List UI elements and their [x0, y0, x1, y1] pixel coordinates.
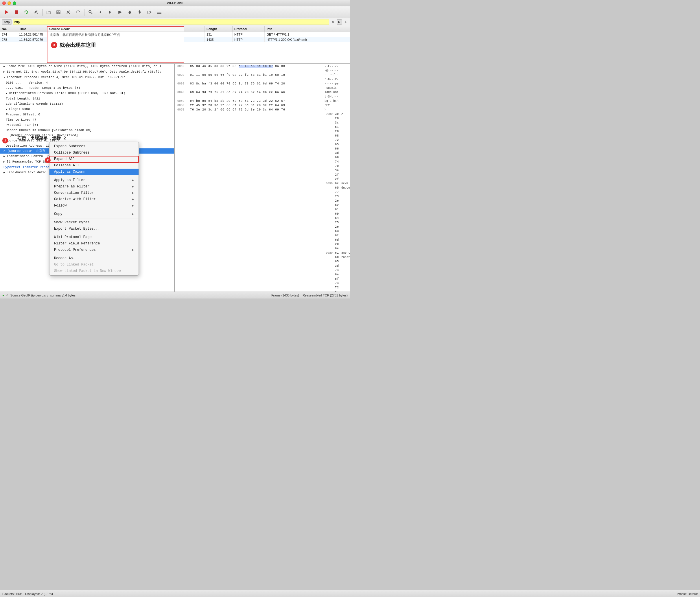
arrow-icon: ▶	[132, 198, 134, 201]
detail-row-frame[interactable]: Frame 278: 1435 bytes on wire (11480 bit…	[0, 64, 174, 69]
hex-dump-panel: 001005 8d 46 d5 00 00 2f 06 b6 40 b6 3d …	[175, 64, 350, 292]
cell-no: 278	[0, 37, 17, 42]
hex-row: 00a061 6d 65 3d 74 6a 5f 74 72 61 6e 73 …	[325, 251, 348, 292]
menu-sep-5	[49, 254, 139, 254]
menu-export-packet-bytes[interactable]: Export Packet Bytes...	[49, 226, 139, 232]
menu-expand-all[interactable]: Expand All	[49, 156, 139, 162]
close-button[interactable]	[2, 1, 6, 5]
menu-collapse-all[interactable]: Collapse All	[49, 162, 139, 169]
close-file-button[interactable]	[64, 8, 73, 17]
detail-row-total-len[interactable]: Total Length: 1421	[0, 96, 174, 101]
hex-row: 00906e 65 77 73 2e 62 61 69 64 75 2e 63 …	[325, 181, 348, 251]
stop-capture-button[interactable]	[12, 8, 21, 17]
preferences-button[interactable]	[32, 8, 41, 17]
annotation-circle-1: 1	[2, 138, 8, 144]
col-length: Length	[205, 26, 232, 32]
menu-conversation-filter[interactable]: Conversation Filter ▶	[49, 190, 139, 196]
menu-button[interactable]	[155, 8, 164, 17]
svg-marker-13	[109, 11, 111, 14]
col-no: No.	[0, 26, 17, 32]
filter-arrow-button[interactable]: ▶	[337, 19, 342, 25]
reassembled-label: Reassembled TCP (2781 bytes)	[303, 294, 348, 297]
svg-rect-17	[129, 13, 130, 14]
reload-button[interactable]	[74, 8, 82, 17]
svg-rect-14	[118, 11, 119, 14]
statusbar-left: ● ✓ Source GeoIP (ip.geoip.src_summary),…	[2, 293, 75, 297]
cell-info: HTTP/1.1 200 OK (text/html)	[265, 37, 350, 42]
detail-row-protocol[interactable]: Protocol: TCP (6)	[0, 122, 174, 128]
window-title: Wi-Fi: en0	[167, 1, 183, 5]
svg-marker-16	[128, 10, 131, 13]
menu-go-to-linked-packet: Go to Linked Packet	[49, 262, 139, 268]
svg-rect-5	[57, 10, 59, 12]
menu-decode-as[interactable]: Decode As...	[49, 255, 139, 262]
main-content: 右击，出现菜单，选择 2 1 Frame 278: 1435 bytes on …	[0, 64, 350, 292]
packet-list: No. Time Source Source GeoIP Destination…	[0, 26, 350, 64]
detail-row-version[interactable]: 0100 .... = Version: 4	[0, 80, 174, 85]
menu-colorize-with-filter[interactable]: Colorize with Filter ▶	[49, 196, 139, 202]
svg-marker-15	[119, 11, 122, 14]
svg-line-11	[91, 13, 93, 14]
detail-row-dsfield[interactable]: Differentiated Services Field: 0x00 (DSC…	[0, 91, 174, 96]
minimize-button[interactable]	[7, 1, 11, 5]
filter-plus-button[interactable]: +	[343, 19, 348, 25]
save-file-button[interactable]	[54, 8, 63, 17]
menu-apply-as-column[interactable]: Apply as Column	[49, 169, 139, 175]
detail-row-ethernet[interactable]: Ethernet II, Src: Apple_02:c7:9e (34:12:…	[0, 69, 174, 75]
menu-prepare-as-filter[interactable]: Prepare as Filter ▶	[49, 183, 139, 190]
packet-details-panel: 右击，出现菜单，选择 2 1 Frame 278: 1435 bytes on …	[0, 64, 175, 292]
cell-no: 274	[0, 32, 17, 37]
menu-collapse-subtrees[interactable]: Collapse Subtrees	[49, 150, 139, 156]
restart-capture-button[interactable]	[22, 8, 31, 17]
arrow-icon: ▶	[132, 204, 134, 207]
maximize-button[interactable]	[13, 1, 16, 5]
menu-copy[interactable]: Copy ▶	[49, 211, 139, 217]
menu-show-packet-bytes[interactable]: Show Packet Bytes...	[49, 219, 139, 226]
stop-button[interactable]	[145, 8, 154, 17]
hex-row: 004069 64 3d 73 75 62 6d 69 74 20 62 c4 …	[176, 90, 349, 99]
cell-length: 1435	[205, 37, 232, 42]
svg-marker-0	[5, 10, 8, 14]
go-forward-button[interactable]	[106, 8, 115, 17]
detail-row-ipv4[interactable]: Internet Protocol Version 4, Src: 182.61…	[0, 75, 174, 80]
arrow-icon: ▶	[132, 191, 134, 195]
menu-filter-field-reference[interactable]: Filter Field Reference	[49, 240, 139, 247]
right-click-annotation: 右击，出现菜单，选择 2	[17, 135, 66, 141]
svg-marker-12	[100, 11, 101, 14]
main-toolbar	[0, 6, 350, 18]
titlebar: Wi-Fi: en0	[0, 0, 350, 6]
go-down-button[interactable]	[135, 8, 144, 17]
go-back-button[interactable]	[96, 8, 105, 17]
geoip-content: 北京市，北京百度网讯科技有限公司北京BGP节点	[47, 31, 184, 38]
cell-protocol: HTTP	[232, 32, 265, 37]
detail-row-flags[interactable]: Flags: 0x00	[0, 106, 174, 112]
cell-length: 131	[205, 32, 232, 37]
menu-wiki-protocol-page[interactable]: Wiki Protocol Page	[49, 234, 139, 240]
menu-protocol-preferences[interactable]: Protocol Preferences ▶	[49, 247, 139, 253]
hex-row: 007076 3e 20 3c 2f 66 66 6f 72 6d 3e 20 …	[176, 107, 349, 292]
filter-input[interactable]	[13, 19, 329, 25]
context-menu: Expand Subtrees Collapse Subtrees Expand…	[49, 142, 139, 276]
open-file-button[interactable]	[44, 8, 53, 17]
menu-sep-2	[49, 210, 139, 210]
filter-label: http	[2, 19, 12, 25]
start-capture-button[interactable]	[2, 8, 11, 17]
hex-row: 00803e 20 3c 61 20 68 72 65 66 3d 68 74 …	[325, 112, 348, 181]
menu-apply-as-filter[interactable]: Apply as Filter ▶	[49, 177, 139, 183]
annotation-circle-3: 3	[51, 42, 57, 48]
detail-row-ttl[interactable]: Time to Live: 47	[0, 117, 174, 122]
menu-follow[interactable]: Follow ▶	[49, 202, 139, 209]
detail-row-checksum[interactable]: Header Checksum: 0xb640 [validation disa…	[0, 128, 174, 133]
detail-row-identification[interactable]: Identification: 0x46d5 (18133)	[0, 101, 174, 106]
detail-row-header-len[interactable]: .... 0101 = Header Length: 20 bytes (5)	[0, 85, 174, 91]
filter-bar: http ✕ ▶ +	[0, 18, 350, 26]
menu-expand-subtrees[interactable]: Expand Subtrees	[49, 143, 139, 150]
filter-clear-button[interactable]: ✕	[330, 19, 335, 25]
annotation-circle-2: 2	[45, 157, 51, 163]
go-first-button[interactable]	[116, 8, 124, 17]
detail-row-frag-offset[interactable]: Fragment Offset: 0	[0, 112, 174, 117]
svg-marker-9	[76, 11, 77, 13]
col-info: Info	[265, 26, 350, 32]
find-button[interactable]	[86, 8, 95, 17]
go-up-button[interactable]	[126, 8, 134, 17]
